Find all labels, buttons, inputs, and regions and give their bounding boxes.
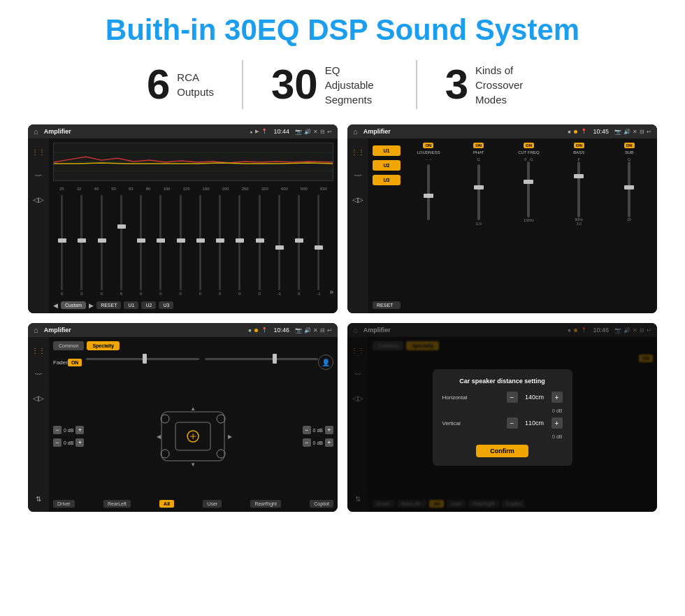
feature-eq: 30 EQ Adjustable Segments [243,63,416,107]
dialog-horizontal-value: 140cm [521,394,549,401]
cutfreq-slider[interactable] [527,162,530,217]
cross-u2[interactable]: U2 [373,160,401,171]
sub-slider[interactable] [628,162,630,217]
svg-point-6 [217,415,226,423]
left-db2-plus[interactable]: + [75,438,84,447]
eq-title: Amplifier [44,128,247,135]
eq-speaker-icon[interactable]: ◁▷ [31,192,46,207]
dialog-vertical-minus[interactable]: − [507,417,518,429]
fader-tab-common[interactable]: Common [53,341,84,350]
cross-speaker-icon[interactable]: ◁▷ [350,192,366,207]
dialog-overlay: Car speaker distance setting Horizontal … [347,323,657,512]
fader-bottom-btns: Driver RearLeft All User RearRight Copil… [53,500,333,508]
cross-u1[interactable]: U1 [373,145,401,156]
fader-speaker-icon[interactable]: ◁▷ [31,390,46,406]
screens-grid: ⌂ Amplifier ● ▶ 📍 10:44 📷 🔊 ✕ ⊟ ↩ ⋮⋮ 〰 [28,124,657,512]
fader-rearleft-btn[interactable]: RearLeft [103,500,131,508]
dialog-vertical-ctrl: − 110cm + [507,417,563,429]
right-db1-minus[interactable]: − [303,426,311,434]
cross-window-icon: ⊟ [640,129,644,135]
eq-u2-btn[interactable]: U2 [141,301,156,309]
cross-close-icon: ✕ [633,129,637,135]
cross-home-icon: ⌂ [353,127,358,136]
fader-on-btn[interactable]: ON [68,359,82,366]
eq-time: 10:44 [273,128,289,135]
fader-rearright-btn[interactable]: RearRight [250,500,281,508]
close-icon: ✕ [313,129,318,135]
right-db2-plus[interactable]: + [325,438,333,447]
back-icon: ↩ [327,129,332,135]
features-row: 6 RCA Outputs 30 EQ Adjustable Segments … [28,60,657,109]
loudness-slider[interactable] [427,164,430,220]
fader-copilot-btn[interactable]: Copilot [310,500,333,508]
fader-home-icon: ⌂ [34,326,38,334]
camera-icon: 📷 [295,129,302,135]
cross-side-icons: ⋮⋮ 〰 ◁▷ [347,138,368,313]
cross-time: 10:45 [593,128,609,135]
eq-u3-btn[interactable]: U3 [159,301,173,309]
eq-filter-icon[interactable]: ⋮⋮ [31,144,46,159]
cross-title: Amplifier [363,128,565,135]
fader-close-icon: ✕ [313,327,318,334]
dialog-horizontal-row: Horizontal − 140cm + [442,392,563,403]
left-db2-minus[interactable]: − [53,438,62,447]
dialog-box: Car speaker distance setting Horizontal … [433,369,572,466]
eq-custom-btn[interactable]: Custom [61,301,86,309]
expand-icon[interactable]: » [330,288,334,296]
dialog-vertical-value: 110cm [521,420,549,427]
dialog-horizontal-plus[interactable]: + [551,392,563,403]
fader-slider-h [86,354,318,363]
cross-u3[interactable]: U3 [373,175,401,185]
eq-reset-btn[interactable]: RESET [96,301,121,309]
fader-user-btn[interactable]: User [203,500,222,508]
cross-filter-icon[interactable]: ⋮⋮ [350,144,366,159]
svg-point-7 [161,450,170,458]
dialog-confirm-area: Confirm [442,445,563,457]
fader-wave-icon[interactable]: 〰 [31,366,46,382]
fader-window-icon: ⊟ [320,327,325,334]
eq-main-area: 2532405063 80100125160200 25032040050063… [49,138,338,313]
eq-status-icons: 📷 🔊 ✕ ⊟ ↩ [295,129,332,135]
ctrl-loudness: ON LOUDNESS ~~ [405,143,452,309]
dialog-screen: ⌂ Amplifier ■ 📍 10:46 📷 🔊 ✕ ⊟ ↩ ⋮⋮ 〰 [347,323,657,512]
svg-text:◀: ◀ [157,434,162,440]
eq-status-dot1: ● [250,129,252,134]
svg-text:▲: ▲ [191,406,196,412]
fader-arrows-icon[interactable]: ⇅ [31,491,46,506]
fader-all-btn[interactable]: All [159,500,174,508]
right-db2-minus[interactable]: − [303,438,311,447]
car-diagram: ▲ ▼ ◀ ▶ [89,405,296,468]
eq-side-icons: ⋮⋮ 〰 ◁▷ [28,138,49,313]
fader-loc-icon: 📍 [261,327,268,333]
bass-slider[interactable] [577,162,580,217]
left-db1-minus[interactable]: − [53,426,62,434]
feature-text-eq: EQ Adjustable Segments [325,63,388,107]
home-icon: ⌂ [34,127,38,136]
dialog-vertical-plus[interactable]: + [551,417,563,429]
dialog-horizontal-minus[interactable]: − [507,392,518,403]
cross-status-bar: ⌂ Amplifier ■ 📍 10:45 📷 🔊 ✕ ⊟ ↩ [347,124,657,138]
dialog-right-db2: 0 dB [442,434,563,439]
volume-icon: 🔊 [304,129,311,135]
cross-wave-icon[interactable]: 〰 [350,168,366,183]
phat-slider[interactable] [477,164,480,220]
fader-filter-icon[interactable]: ⋮⋮ [31,343,46,358]
fader-tabs: Common Specialty [53,341,333,350]
dialog-horizontal-label: Horizontal [442,394,484,401]
fader-driver-btn[interactable]: Driver [53,500,75,508]
fader-status-icons: 📷 🔊 ✕ ⊟ ↩ [295,327,332,334]
svg-text:▼: ▼ [191,461,196,468]
confirm-button[interactable]: Confirm [476,445,528,457]
right-db1-plus[interactable]: + [325,426,333,434]
ctrl-phat: ON PHAT G 3.0 [455,143,503,309]
feature-number-rca: 6 [147,64,170,106]
eq-loc-icon: 📍 [261,129,268,134]
cross-presets: U1 U2 U3 RESET [373,143,401,309]
fader-camera-icon: 📷 [295,327,302,334]
eq-u1-btn[interactable]: U1 [124,301,138,309]
right-db-controls: − 0 dB + − 0 dB + [303,426,333,447]
left-db1-plus[interactable]: + [75,426,84,434]
fader-tab-specialty[interactable]: Specialty [87,341,120,350]
eq-wave-icon[interactable]: 〰 [31,168,46,183]
cross-reset[interactable]: RESET [373,301,401,309]
